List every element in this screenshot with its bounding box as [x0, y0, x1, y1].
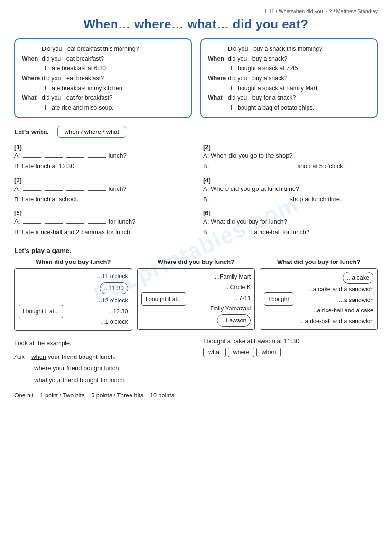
dialogue-label: When — [208, 54, 226, 64]
ask-what: what your friend bought for lunch. — [14, 375, 189, 386]
ex-num: [4] — [203, 177, 378, 184]
blank — [88, 157, 106, 158]
lets-play-label: Let's play a game. — [14, 247, 378, 254]
game-option: ...Family Mart — [189, 272, 251, 282]
dialogue-line: Where did you eat breakfast? — [22, 74, 184, 84]
dialogue-sub: I — [45, 103, 46, 113]
kw-when: when — [256, 348, 281, 357]
blank — [212, 201, 222, 201]
game-option: ...11 o'clock — [19, 272, 128, 282]
dialogue-label — [208, 44, 226, 54]
dialogue-label: What — [22, 93, 40, 103]
dialogue-sub: did you — [42, 54, 61, 64]
blank — [88, 223, 106, 224]
game-box-inner: I bought it at... ...12 o'clock ...12:30… — [19, 295, 128, 328]
dialogue-line: What did you eat for breakfast? — [22, 93, 184, 103]
game-box-what: I bought ...a cake ...a cake and a sandw… — [260, 268, 378, 330]
game-box-inner: I bought it at... ...Family Mart ...Circ… — [141, 272, 251, 327]
blank — [233, 168, 252, 168]
ex-line-b: B: a rice-ball for lunch? — [203, 227, 378, 237]
dialogue-text: bought a snack at 7:45 — [238, 64, 298, 74]
dialogue-text: bought a snack at Family Mart. — [238, 84, 319, 94]
ex-num: [2] — [203, 143, 378, 151]
game-section: When did you buy lunch? ...11 o'clock ..… — [14, 258, 378, 331]
game-option: ...12:30 — [66, 306, 128, 317]
circled-option: ...Lawson — [217, 314, 251, 327]
ex-num: [6] — [203, 209, 378, 216]
where-underline: where — [34, 365, 51, 372]
example-line: I bought a cake at Lawson at 11:30 — [203, 338, 378, 345]
look-example: Look at the example. — [14, 338, 189, 349]
page-title: When… where… what… did you eat? — [14, 17, 378, 32]
dialogue-text: bought a bag of potato chips. — [238, 103, 314, 113]
blank — [212, 234, 230, 234]
game-label-btn: I bought it at... — [19, 305, 63, 318]
game-option-circled: ...a cake — [296, 272, 373, 284]
game-option: ...a sandwich — [296, 295, 373, 306]
dialogue-sub: did you — [228, 93, 247, 103]
game-col-what: What did you buy for lunch? I bought ...… — [260, 258, 378, 330]
dialogue-text: ate breakfast at 6:30 — [52, 64, 106, 74]
dialogue-sub: I — [231, 64, 232, 74]
bottom-left: Look at the example. Ask when your frien… — [14, 338, 189, 402]
dialogue-sub: I — [231, 84, 232, 94]
blank — [66, 157, 84, 158]
game-col-what-header: What did you buy for lunch? — [260, 258, 378, 265]
dialogue-text: eat for breakfast? — [66, 93, 112, 103]
game-option: ...a rice-ball and a sandwich — [296, 316, 373, 327]
game-option: ...7-11 — [189, 293, 251, 304]
blank — [45, 157, 63, 158]
dialogue-line: I ate breakfast in my kitchen. — [22, 84, 184, 94]
blank — [255, 168, 273, 168]
ex-line-b: B: shop at 5 o'clock. — [203, 161, 378, 171]
blank — [226, 201, 244, 201]
cake-underline: a cake — [227, 338, 245, 345]
blank — [23, 157, 41, 158]
ex-line-a: A: What did you buy for lunch? — [203, 216, 378, 227]
dialogue-sub: I — [231, 103, 232, 113]
dialogue-label: What — [208, 93, 226, 103]
game-option: ...12 o'clock — [66, 295, 128, 306]
blank — [233, 234, 252, 234]
dialogue-sub: Did you — [42, 44, 62, 54]
bottom-right: I bought a cake at Lawson at 11:30 what … — [203, 338, 378, 357]
dialogue-text: buy for a snack? — [252, 93, 296, 103]
blank — [66, 190, 84, 191]
ex-line-a: A: for lunch? — [14, 216, 189, 227]
kw-where: where — [228, 348, 254, 357]
exercise-5: [5] A: for lunch? B: I ate a rice-ball a… — [14, 209, 189, 237]
dialogue-line: I bought a snack at Family Mart. — [208, 84, 370, 94]
dialogue-line: What did you buy for a snack? — [208, 93, 370, 103]
dialogue-line: Did you eat breakfast this morning? — [22, 44, 184, 54]
game-option: ...a rice-ball and a cake — [296, 305, 373, 316]
circled-option: ...11:30 — [100, 282, 128, 294]
game-option: ...Circle K — [189, 282, 251, 293]
dialogue-text: ate rice and miso-soup. — [52, 103, 113, 113]
dialogue-text: buy a snack? — [252, 74, 288, 84]
time-underline: 11:30 — [284, 338, 299, 345]
dialogue-text: buy a snack? — [252, 54, 288, 64]
dialogue-line: I ate rice and miso-soup. — [22, 103, 184, 113]
blank — [269, 201, 287, 201]
dialogue-line: I ate breakfast at 6:30 — [22, 64, 184, 74]
ex-num: [1] — [14, 143, 189, 151]
game-box-when: ...11 o'clock ...11:30 I bought it at...… — [14, 268, 132, 331]
game-options: ...Family Mart ...Circle K ...7-11 ...Da… — [189, 272, 251, 327]
reference-text: 1-11 / What/when did you ~ ? / Matthew S… — [14, 9, 378, 14]
game-box-where: I bought it at... ...Family Mart ...Circ… — [137, 268, 255, 330]
lets-write-section: Let's write. when / where / what — [14, 126, 378, 138]
blank — [23, 223, 41, 224]
dialogue-line: When did you buy a snack? — [208, 54, 370, 64]
bought-text: bought — [206, 338, 225, 345]
ex-line-b: B: I ate a rice-ball and 2 bananas for l… — [14, 227, 189, 237]
game-col-where: Where did you buy lunch? I bought it at.… — [137, 258, 255, 330]
game-label-btn: I bought it at... — [141, 292, 186, 306]
game-option-circled: ...11:30 — [19, 282, 128, 294]
keyword-row: what where when — [203, 348, 378, 357]
ask-where: where your friend bought lunch. — [14, 363, 189, 375]
dialogue-text: buy a snack this morning? — [253, 44, 322, 54]
exercises-grid: [1] A: lunch? B: I ate lunch at 12:30 [2… — [14, 143, 378, 240]
what-underline: what — [34, 376, 47, 384]
dialogue-label: Where — [22, 74, 40, 84]
game-col-where-header: Where did you buy lunch? — [137, 258, 255, 265]
